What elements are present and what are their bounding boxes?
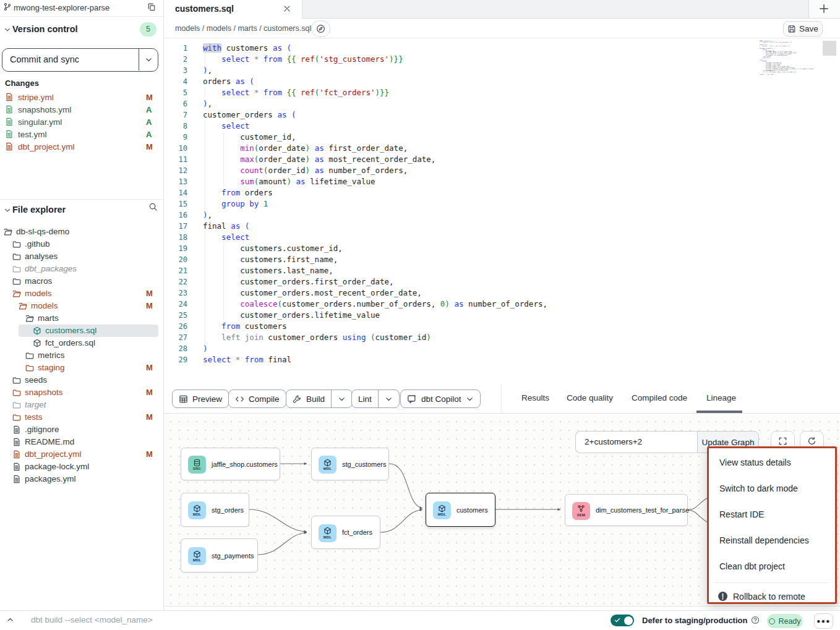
tree-item-seeds[interactable]: seeds	[0, 374, 163, 386]
minimap[interactable]: with customers as ( select * from {{ ref…	[760, 41, 803, 75]
new-tab-button[interactable]	[818, 3, 829, 14]
line-number: 19	[164, 243, 187, 254]
breadcrumb-row: models / models / marts / customers.sql …	[164, 19, 840, 38]
panel-tab-compiled-code[interactable]: Compiled code	[632, 393, 687, 402]
menu-item-view-status-details[interactable]: View status details	[719, 458, 791, 467]
code-line: coalesce(customer_orders.number_of_order…	[203, 299, 547, 310]
tree-item-target[interactable]: target	[0, 399, 163, 411]
branch-header: mwong-test-explorer-parse	[0, 0, 163, 17]
status-letter: M	[146, 301, 153, 310]
build-button[interactable]: Build	[286, 389, 353, 408]
tree-item-marts[interactable]: marts	[0, 312, 163, 325]
chevron-up-icon[interactable]	[6, 616, 14, 624]
menu-item-rollback-to-remote[interactable]: Rollback to remote	[718, 591, 805, 602]
save-icon	[787, 25, 796, 33]
tree-item-snapshots[interactable]: snapshotsM	[0, 386, 163, 399]
lineage-node-stg-customers[interactable]: MDL stg_customers	[311, 448, 389, 480]
panel-tab-lineage[interactable]: Lineage	[706, 393, 736, 402]
alert-icon	[718, 591, 728, 602]
folder-icon	[12, 413, 21, 422]
lineage-node-jaffle-shop-customers[interactable]: SRC jaffle_shop.customers	[181, 448, 280, 480]
help-icon[interactable]	[751, 616, 760, 624]
branch-name: mwong-test-explorer-parse	[14, 3, 109, 12]
lint-dropdown[interactable]	[379, 390, 399, 407]
chevron-down-icon[interactable]	[4, 26, 11, 33]
panel-tab-code-quality[interactable]: Code quality	[567, 393, 613, 402]
line-number: 4	[164, 76, 187, 87]
tree-item-package-lock-yml[interactable]: package-lock.yml	[0, 461, 163, 473]
folder-icon	[12, 265, 21, 273]
tree-item-models[interactable]: modelsM	[0, 287, 163, 300]
version-control-title[interactable]: Version control	[12, 24, 78, 34]
code-line: customer_orders.first_order_date,	[203, 276, 394, 287]
tree-item-models[interactable]: modelsM	[0, 300, 163, 312]
table-icon	[179, 394, 188, 404]
lineage-node-customers[interactable]: MDL customers	[426, 493, 495, 527]
lint-button[interactable]: Lint	[351, 389, 400, 408]
open-in-explorer-button[interactable]	[311, 20, 330, 37]
tree-item-staging[interactable]: stagingM	[0, 362, 163, 374]
change-row[interactable]: dbt_project.yml M	[0, 141, 163, 153]
tree-item-analyses[interactable]: analyses	[0, 250, 163, 263]
menu-item-switch-to-dark-mode[interactable]: Switch to dark mode	[719, 483, 798, 493]
close-icon[interactable]	[283, 4, 291, 13]
more-options-button[interactable]: ●●●	[814, 613, 833, 629]
status-letter: M	[146, 363, 153, 372]
lineage-node-fct-orders[interactable]: MDL fct_orders	[311, 516, 380, 549]
change-row[interactable]: snapshots.yml A	[0, 104, 163, 116]
tree-item--github[interactable]: .github	[0, 238, 163, 250]
line-number: 14	[164, 187, 187, 198]
tab-customers-sql[interactable]: customers.sql	[164, 0, 302, 19]
change-row[interactable]: stripe.yml M	[0, 92, 163, 104]
copy-icon[interactable]	[147, 2, 156, 11]
code-line: ),	[203, 98, 212, 109]
preview-button[interactable]: Preview	[172, 389, 229, 408]
chevron-down-icon[interactable]	[145, 56, 153, 64]
dbt-copilot-button[interactable]: dbt Copilot	[400, 389, 481, 408]
change-row[interactable]: test.yml A	[0, 129, 163, 141]
defer-toggle[interactable]	[611, 615, 634, 626]
panel-tab-results[interactable]: Results	[521, 393, 549, 402]
file-explorer-title[interactable]: File explorer	[12, 205, 66, 215]
command-input[interactable]: dbt build --select <model_name>	[31, 615, 153, 624]
folder-icon	[12, 252, 21, 261]
tree-item-fct-orders-sql[interactable]: fct_orders.sql	[0, 337, 163, 349]
code-line: customer_id,	[203, 132, 296, 143]
tree-item-dbt-packages[interactable]: dbt_packages	[0, 263, 163, 275]
menu-item-restart-ide[interactable]: Restart IDE	[719, 509, 764, 519]
code-line: customer_orders.most_recent_order_date,	[203, 287, 422, 299]
lineage-canvas[interactable]: SRC jaffle_shop.customersMDL stg_custome…	[164, 414, 840, 607]
search-icon[interactable]	[148, 202, 158, 211]
build-dropdown[interactable]	[332, 390, 352, 407]
tree-item-customers-sql[interactable]: customers.sql	[0, 325, 163, 337]
file-icon	[12, 450, 21, 459]
tree-item--gitignore[interactable]: .gitignore	[0, 424, 163, 436]
editor-toolbar: Preview Compile Build Lint dbt Copilot R…	[164, 385, 840, 414]
commit-and-sync-button[interactable]: Commit and sync	[2, 48, 158, 72]
line-number: 21	[164, 265, 187, 276]
code-editor[interactable]: 1with customers as (2 select * from {{ r…	[164, 38, 840, 385]
tree-item-packages-yml[interactable]: packages.yml	[0, 473, 163, 485]
tree-item-readme-md[interactable]: README.md	[0, 436, 163, 448]
tree-item-metrics[interactable]: metrics	[0, 349, 163, 362]
save-button[interactable]: Save	[783, 21, 823, 36]
chevron-down-icon[interactable]	[4, 206, 11, 214]
tree-item-tests[interactable]: testsM	[0, 411, 163, 424]
sidebar: mwong-test-explorer-parse Version contro…	[0, 0, 164, 630]
minimap-slider[interactable]	[823, 41, 836, 56]
lineage-node-dim-customers-test-for-parse[interactable]: SEM dim_customers_test_for_parse	[565, 494, 688, 526]
main-area: customers.sql models / models / marts / …	[164, 0, 840, 630]
menu-item-reinstall-dependencies[interactable]: Reinstall dependencies	[719, 535, 809, 545]
compile-button[interactable]: Compile	[228, 389, 286, 408]
model-cube-icon	[33, 339, 41, 347]
code-line: select * from final	[203, 354, 291, 365]
tree-item-db-sl-qs-demo[interactable]: db-sl-qs-demo	[0, 226, 163, 238]
tree-item-macros[interactable]: macros	[0, 275, 163, 287]
tree-item-dbt-project-yml[interactable]: dbt_project.ymlM	[0, 448, 163, 461]
status-letter: M	[146, 412, 153, 422]
lineage-node-stg-orders[interactable]: MDL stg_orders	[181, 493, 249, 527]
lineage-node-stg-payments[interactable]: MDL stg_payments	[181, 538, 258, 573]
lineage-search-input[interactable]: 2+customers+2	[575, 431, 697, 453]
change-row[interactable]: singular.yml A	[0, 116, 163, 129]
menu-item-clean-dbt-project[interactable]: Clean dbt project	[719, 561, 785, 571]
